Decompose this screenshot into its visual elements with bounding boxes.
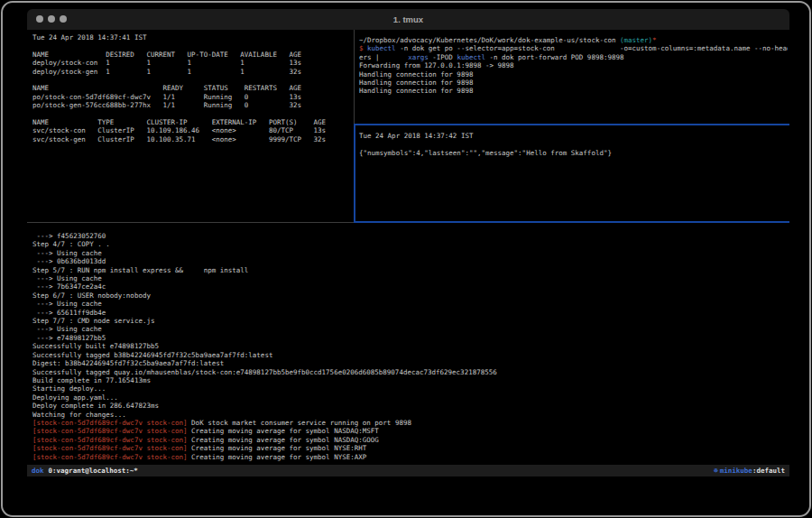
line-segment: [stock-con-5d7df689cf-dwc7v stock-con] — [32, 427, 188, 435]
line-segment: ---> 0b636bd013dd — [32, 257, 106, 265]
line-segment: * — [652, 36, 657, 44]
terminal-line: ---> Using cache — [32, 325, 789, 333]
line-segment: Starting deploy... — [32, 384, 106, 393]
line-segment: [stock-con-5d7df689cf-dwc7v stock-con] — [32, 419, 188, 427]
terminal-line: ---> 0b636bd013dd — [32, 257, 789, 265]
terminal-line: Watching for changes... — [32, 411, 789, 419]
line-segment: Tue 24 Apr 2018 14:37:42 IST — [359, 132, 473, 140]
terminal-line: Tue 24 Apr 2018 14:37:41 IST — [32, 33, 354, 42]
terminal-line: Deploying app.yaml... — [32, 393, 789, 402]
line-segment: ~/Dropbox/advocacy/Kubernetes/DoK/work/d… — [359, 36, 620, 44]
terminal-line: Step 6/7 : USER nobody:nobody — [32, 291, 789, 300]
line-segment: Deploying app.yaml... — [32, 393, 118, 402]
line-segment: Successfully tagged quay.io/mhausenblas/… — [32, 368, 497, 376]
pane-divider-vertical[interactable] — [354, 30, 355, 124]
tmux-status-bar: dok 0:vagrant@localhost:~* ☸ minikube :d… — [27, 465, 789, 476]
terminal-line: [stock-con-5d7df689cf-dwc7v stock-con] C… — [32, 427, 789, 435]
terminal-line: ---> e74898127bb5 — [32, 334, 789, 342]
line-segment: Deploy complete in 286.647823ms — [32, 402, 159, 410]
terminal-line: NAME DESIRED CURRENT UP-TO-DATE AVAILABL… — [32, 51, 354, 59]
line-segment: Watching for changes... — [32, 411, 126, 419]
line-segment: -n dok get po --selector=app=stock-con -… — [396, 44, 788, 52]
line-segment: Step 7/7 : CMD node service.js — [32, 317, 154, 325]
kube-namespace: :default — [752, 467, 785, 475]
terminal-line — [32, 76, 354, 84]
active-pane-border-bottom[interactable] — [354, 221, 789, 223]
session-name[interactable]: dok — [32, 467, 44, 475]
line-segment: Tue 24 Apr 2018 14:37:41 IST — [32, 33, 146, 42]
terminal-line: NAME TYPE CLUSTER-IP EXTERNAL-IP PORT(S)… — [32, 118, 354, 126]
line-segment: Handling connection for 9898 — [359, 70, 473, 79]
line-segment: Creating moving average for symbol NYSE:… — [188, 444, 367, 452]
terminal-line: po/stock-con-5d7df689cf-dwc7v 1/1 Runnin… — [32, 93, 354, 101]
terminal-line: Digest: b38b42246945fd7f32c5ba9aea7af7fd… — [32, 359, 789, 367]
terminal-line: Step 4/7 : COPY . . — [32, 240, 789, 248]
terminal-line: deploy/stock-gen 1 1 1 1 32s — [32, 68, 354, 76]
line-segment: Successfully built e74898127bb5 — [32, 342, 159, 350]
terminal-line: ---> 7b6347ce2a4c — [32, 282, 789, 291]
screenshot-frame: 1. tmux Tue 24 Apr 2018 14:37:41 ISTNAME… — [0, 0, 812, 518]
line-segment: Creating moving average for symbol NASDA… — [188, 436, 379, 444]
pane-kubectl-watch[interactable]: Tue 24 Apr 2018 14:37:41 ISTNAME DESIRED… — [27, 30, 354, 222]
kubernetes-icon: ☸ — [714, 467, 718, 475]
pane-port-forward[interactable]: ~/Dropbox/advocacy/Kubernetes/DoK/work/d… — [356, 30, 788, 122]
line-segment: DoK stock market consumer service runnin… — [188, 419, 411, 427]
terminal-line: po/stock-gen-576cc688bb-277hx 1/1 Runnin… — [32, 101, 354, 109]
terminal-line: Step 7/7 : CMD node service.js — [32, 317, 789, 325]
line-segment: Handling connection for 9898 — [359, 87, 473, 95]
pane-divider-horizontal[interactable] — [27, 222, 354, 223]
terminal-line: deploy/stock-con 1 1 1 1 13s — [32, 59, 354, 67]
terminal-line: Successfully tagged b38b42246945fd7f32c5… — [32, 351, 789, 359]
pane-build-log[interactable]: ---> f45623052760Step 4/7 : COPY . . ---… — [27, 225, 789, 465]
terminal-line: ---> Using cache — [32, 249, 789, 257]
terminal-line: Handling connection for 9898 — [359, 87, 788, 95]
line-segment: deploy/stock-con 1 1 1 1 13s — [32, 59, 301, 67]
terminal-line: ---> f45623052760 — [32, 232, 789, 240]
terminal-line: Handling connection for 9898 — [359, 70, 788, 79]
zoom-button-icon[interactable] — [60, 15, 67, 23]
window-list-item[interactable]: 0:vagrant@localhost:~* — [49, 467, 138, 475]
line-segment: Digest: b38b42246945fd7f32c5ba9aea7af7fd… — [32, 359, 224, 367]
line-segment: po/stock-gen-576cc688bb-277hx 1/1 Runnin… — [32, 101, 301, 109]
window-title: 1. tmux — [27, 9, 789, 30]
line-segment: po/stock-con-5d7df689cf-dwc7v 1/1 Runnin… — [32, 93, 301, 101]
terminal-line: Step 5/7 : RUN npm install express && np… — [32, 266, 789, 274]
line-segment: Forwarding from 127.0.0.1:9898 -> 9898 — [359, 61, 514, 69]
terminal-line: svc/stock-gen ClusterIP 10.100.35.71 <no… — [32, 135, 354, 143]
line-segment: ---> Using cache — [32, 249, 102, 257]
line-segment: [stock-con-5d7df689cf-dwc7v stock-con] — [32, 436, 188, 444]
kube-status: ☸ minikube :default — [714, 467, 785, 475]
line-segment: [stock-con-5d7df689cf-dwc7v stock-con] — [32, 453, 188, 461]
line-segment: (master) — [620, 36, 652, 44]
terminal-line: Successfully tagged quay.io/mhausenblas/… — [32, 368, 789, 376]
line-segment: NAME DESIRED CURRENT UP-TO-DATE AVAILABL… — [32, 51, 301, 59]
line-segment: xargs — [408, 53, 429, 61]
active-pane-border-left[interactable] — [354, 124, 355, 223]
terminal-line: Build complete in 77.165413ms — [32, 376, 789, 384]
line-segment: Step 5/7 : RUN npm install express && np… — [32, 266, 248, 274]
terminal-line: Deploy complete in 286.647823ms — [32, 402, 789, 410]
pane-skaffold-probe[interactable]: Tue 24 Apr 2018 14:37:42 IST{"numsymbols… — [356, 126, 788, 221]
line-segment: ---> Using cache — [32, 300, 102, 308]
terminal-line: ---> 65611ff9db4e — [32, 309, 789, 317]
line-segment: Handling connection for 9898 — [359, 79, 473, 87]
minimize-button-icon[interactable] — [48, 15, 55, 23]
line-segment: -n dok port-forward POD 9898:9898 — [485, 53, 624, 61]
line-segment: $ — [359, 44, 367, 52]
active-pane-border-top[interactable] — [354, 124, 789, 125]
line-segment: svc/stock-gen ClusterIP 10.100.35.71 <no… — [32, 135, 326, 143]
line-segment: {"numsymbols":4,"lastseen":"","message":… — [359, 149, 612, 157]
terminal-line: Forwarding from 127.0.0.1:9898 -> 9898 — [359, 61, 788, 69]
line-segment: Creating moving average for symbol NASDA… — [188, 427, 379, 435]
line-segment: ---> Using cache — [32, 274, 102, 282]
close-button-icon[interactable] — [36, 15, 43, 23]
line-segment: ---> f45623052760 — [32, 232, 106, 240]
line-segment: NAME READY STATUS RESTARTS AGE — [32, 84, 301, 92]
terminal-line: ---> Using cache — [32, 274, 789, 282]
line-segment: ers | — [359, 53, 408, 61]
line-segment: [stock-con-5d7df689cf-dwc7v stock-con] — [32, 444, 188, 452]
line-segment: svc/stock-con ClusterIP 10.109.186.46 <n… — [32, 126, 326, 134]
terminal-line — [359, 140, 788, 148]
line-segment: kubectl — [367, 44, 396, 52]
line-segment: ---> Using cache — [32, 325, 102, 333]
